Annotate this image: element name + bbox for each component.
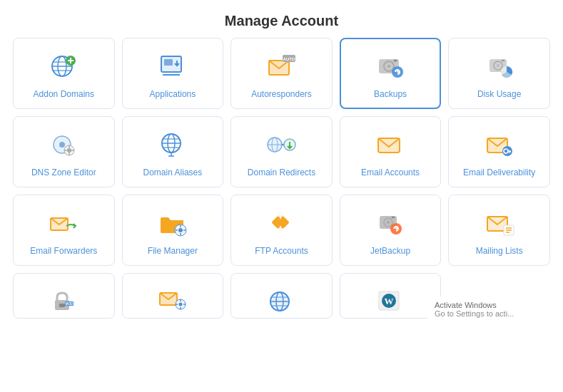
- svg-text:MOD: MOD: [66, 302, 73, 306]
- partial-1-icon: MOD: [46, 284, 81, 318]
- mailing-lists-icon: [482, 206, 517, 240]
- card-partial-4[interactable]: W: [340, 273, 442, 319]
- card-backups[interactable]: Backups: [340, 38, 442, 109]
- card-email-forwarders[interactable]: Email Forwarders: [13, 195, 115, 266]
- card-partial-3[interactable]: [230, 273, 333, 319]
- svg-point-19: [387, 65, 390, 68]
- addon-domains-label: Addon Domains: [34, 89, 94, 100]
- card-ftp-accounts[interactable]: FTP Accounts: [230, 195, 333, 266]
- svg-point-25: [497, 64, 499, 67]
- dns-zone-editor-label: DNS Zone Editor: [31, 167, 96, 179]
- applications-label: Applications: [150, 89, 196, 100]
- svg-point-33: [67, 148, 71, 153]
- card-domain-aliases[interactable]: Domain Aliases: [122, 116, 224, 187]
- activate-windows-overlay: Activate Windows Go to Settings to acti.…: [427, 296, 563, 322]
- card-dns-zone-editor[interactable]: DNS Zone Editor: [13, 116, 115, 187]
- card-addon-domains[interactable]: Addon Domains: [13, 38, 115, 109]
- email-forwarders-icon: [46, 206, 81, 240]
- email-accounts-label: Email Accounts: [361, 167, 420, 179]
- partial-2-icon: [156, 284, 190, 318]
- card-partial-2[interactable]: [122, 273, 224, 319]
- svg-point-77: [393, 217, 395, 218]
- dns-zone-editor-icon: [46, 128, 81, 162]
- svg-point-31: [59, 142, 65, 148]
- card-applications[interactable]: Applications: [122, 38, 224, 109]
- svg-point-92: [178, 303, 182, 306]
- backups-label: Backups: [374, 89, 407, 100]
- autoresponders-label: Autoresponders: [251, 89, 312, 100]
- card-email-deliverability[interactable]: Email Deliverability: [448, 116, 550, 187]
- svg-rect-86: [59, 304, 65, 307]
- file-manager-icon: [156, 206, 190, 240]
- page-title: Manage Account: [0, 13, 563, 29]
- disk-usage-icon: [482, 49, 517, 83]
- ftp-accounts-label: FTP Accounts: [255, 246, 308, 257]
- applications-icon: [156, 49, 190, 83]
- addon-domains-icon: [46, 49, 81, 83]
- domain-redirects-label: Domain Redirects: [248, 167, 315, 179]
- card-disk-usage[interactable]: Disk Usage: [448, 38, 550, 109]
- card-mailing-lists[interactable]: Mailing Lists: [448, 195, 550, 266]
- svg-point-65: [178, 228, 183, 232]
- card-autoresponders[interactable]: AUTO Autoresponders: [230, 38, 333, 109]
- activate-windows-line2: Go to Settings to acti...: [435, 309, 556, 318]
- svg-rect-10: [164, 59, 173, 66]
- domain-redirects-icon: [264, 128, 298, 162]
- card-email-accounts[interactable]: Email Accounts: [340, 116, 442, 187]
- email-accounts-icon: [373, 128, 407, 162]
- partial-4-icon: W: [373, 284, 407, 318]
- domain-aliases-icon: [156, 128, 190, 162]
- file-manager-label: File Manager: [148, 246, 198, 257]
- svg-text:W: W: [385, 296, 394, 306]
- card-grid-row4: MOD: [0, 273, 563, 319]
- card-grid-row2: DNS Zone Editor Domain Aliases: [0, 116, 563, 187]
- email-forwarders-label: Email Forwarders: [30, 246, 97, 257]
- jetbackup-label: JetBackup: [370, 246, 410, 257]
- svg-point-27: [502, 60, 504, 61]
- svg-point-75: [387, 221, 390, 224]
- domain-aliases-label: Domain Aliases: [143, 167, 203, 179]
- svg-text:AUTO: AUTO: [283, 57, 295, 61]
- backups-icon: [373, 49, 407, 83]
- email-deliverability-icon: [482, 128, 517, 162]
- partial-3-icon: [264, 284, 298, 318]
- activate-windows-line1: Activate Windows: [435, 301, 556, 309]
- jetbackup-icon: [373, 206, 407, 240]
- card-grid-row3: Email Forwarders File Man: [0, 195, 563, 266]
- card-domain-redirects[interactable]: Domain Redirects: [230, 116, 333, 187]
- svg-point-21: [395, 60, 397, 62]
- card-grid-row1: Addon Domains Applications: [0, 38, 563, 109]
- card-jetbackup[interactable]: JetBackup: [340, 195, 442, 266]
- disk-usage-label: Disk Usage: [477, 89, 521, 100]
- card-file-manager[interactable]: File Manager: [122, 195, 224, 266]
- email-deliverability-label: Email Deliverability: [463, 167, 535, 179]
- ftp-accounts-icon: [264, 206, 298, 240]
- card-partial-1[interactable]: MOD: [13, 273, 115, 319]
- autoresponders-icon: AUTO: [264, 49, 298, 83]
- mailing-lists-label: Mailing Lists: [476, 246, 523, 257]
